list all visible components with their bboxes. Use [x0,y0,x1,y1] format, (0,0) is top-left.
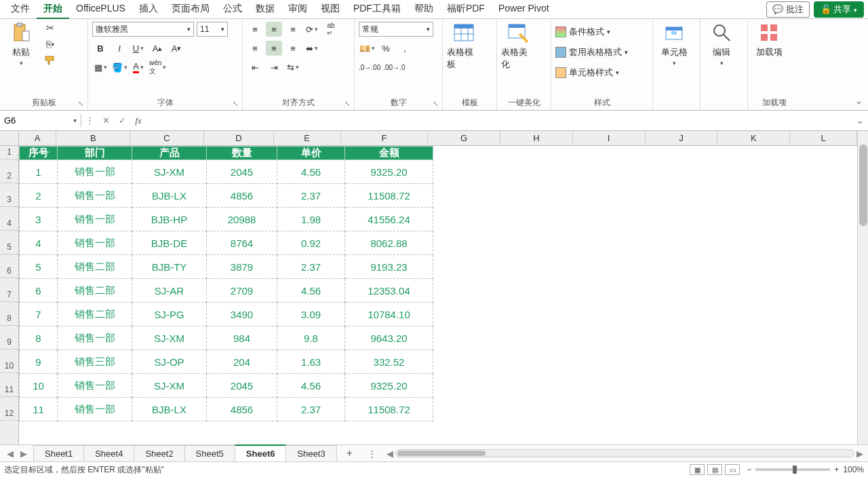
table-header[interactable]: 部门 [58,147,132,160]
zoom-out-button[interactable]: − [747,465,751,474]
name-box-input[interactable] [4,115,58,126]
copy-button[interactable]: ⎘▾ [42,38,58,50]
menu-item-12[interactable]: Power Pivot [492,0,556,19]
merge-button[interactable]: ⬌▾ [304,41,320,56]
table-header[interactable]: 产品 [132,147,207,160]
font-size-select[interactable]: 11▾ [197,22,228,37]
paste-button[interactable]: 粘贴 ▾ [4,22,38,67]
increase-decimal-button[interactable]: .0→.00 [359,60,380,75]
italic-button[interactable]: I [111,41,127,56]
table-format-button[interactable]: 套用表格格式 ▾ [555,45,628,60]
table-row[interactable]: 4销售一部BJB-DE87640.928062.88 [20,231,433,255]
zoom-slider[interactable] [755,468,830,471]
font-color-button[interactable]: A▾ [130,60,146,75]
column-header-D[interactable]: D [204,131,274,145]
table-header[interactable]: 金额 [345,147,433,160]
row-header-11[interactable]: 11 [0,373,18,397]
number-launcher[interactable]: ⤡ [433,100,438,107]
menu-item-1[interactable]: 开始 [37,0,69,19]
sheet-tab-Sheet5[interactable]: Sheet5 [184,445,235,461]
row-header-12[interactable]: 12 [0,397,18,421]
sheet-tab-Sheet2[interactable]: Sheet2 [134,445,184,461]
font-launcher[interactable]: ⤡ [233,100,238,107]
table-header[interactable]: 单价 [277,147,345,160]
accounting-format-button[interactable]: 💴▾ [359,41,375,56]
align-center-button[interactable]: ≡ [266,41,282,56]
row-header-3[interactable]: 3 [0,183,18,207]
text-direction-button[interactable]: ⇆▾ [285,60,301,75]
table-row[interactable]: 2销售一部BJB-LX48562.3711508.72 [20,184,433,208]
table-row[interactable]: 7销售二部SJ-PG34903.0910784.10 [20,303,433,326]
select-all-corner[interactable] [0,131,19,146]
fx-button[interactable]: fx [130,115,146,126]
row-header-7[interactable]: 7 [0,278,18,302]
addins-button[interactable]: 加载项 [752,22,786,58]
underline-button[interactable]: U▾ [130,41,146,56]
align-top-button[interactable]: ≡ [247,22,263,37]
menu-item-7[interactable]: 审阅 [281,0,314,19]
phonetic-button[interactable]: wén文▾ [149,60,166,75]
cell-style-button[interactable]: 单元格样式 ▾ [555,65,628,80]
share-button[interactable]: 🔓 共享 ▾ [814,1,864,18]
cancel-formula-button[interactable]: ✕ [98,115,114,126]
name-box[interactable]: ▾ [0,114,81,127]
row-header-1[interactable]: 1 [0,146,18,159]
table-beautify-button[interactable]: 表格美化 [501,22,535,71]
sheet-tab-Sheet1[interactable]: Sheet1 [33,445,84,461]
increase-font-button[interactable]: A▴ [149,41,165,56]
column-header-K[interactable]: K [717,131,790,145]
sheet-nav-prev[interactable]: ◀ [4,449,16,459]
page-break-button[interactable]: ▭ [725,464,740,475]
table-row[interactable]: 9销售三部SJ-OP2041.63332.52 [20,350,433,374]
zoom-in-button[interactable]: + [834,465,839,474]
column-header-A[interactable]: A [19,131,56,145]
comma-button[interactable]: , [397,41,413,56]
table-row[interactable]: 1销售一部SJ-XM20454.569325.20 [20,160,433,184]
format-painter-button[interactable] [42,54,58,67]
column-header-B[interactable]: B [56,131,130,145]
sheet-tab-Sheet4[interactable]: Sheet4 [83,445,134,461]
column-header-G[interactable]: G [428,131,500,145]
formula-input[interactable] [146,115,852,126]
menu-item-2[interactable]: OfficePLUS [69,0,132,19]
sheet-tab-Sheet6[interactable]: Sheet6 [235,444,287,461]
grid[interactable]: 序号部门产品数量单价金额1销售一部SJ-XM20454.569325.202销售… [19,146,857,444]
menu-item-3[interactable]: 插入 [132,0,165,19]
page-layout-button[interactable]: ▤ [707,464,722,475]
editing-button[interactable]: 编辑 ▾ [705,22,738,67]
conditional-format-button[interactable]: 条件格式 ▾ [555,24,628,39]
table-row[interactable]: 10销售一部SJ-XM20454.569325.20 [20,374,433,398]
table-row[interactable]: 6销售二部SJ-AR27094.5612353.04 [20,279,433,303]
align-middle-button[interactable]: ≡ [266,22,282,37]
row-header-2[interactable]: 2 [0,159,18,183]
decrease-decimal-button[interactable]: .00→.0 [383,60,405,75]
ribbon-collapse-button[interactable]: ⌄ [855,96,863,106]
bold-button[interactable]: B [92,41,108,56]
table-row[interactable]: 8销售一部SJ-XM9849.89643.20 [20,326,433,350]
confirm-formula-button[interactable]: ✓ [114,115,130,126]
align-left-button[interactable]: ≡ [247,41,263,56]
number-format-select[interactable]: 常规▾ [359,22,433,37]
row-header-8[interactable]: 8 [0,302,18,326]
clipboard-launcher[interactable]: ⤡ [78,100,83,107]
new-sheet-button[interactable]: + [337,447,362,459]
sheet-tab-Sheet3[interactable]: Sheet3 [285,445,336,461]
cut-button[interactable]: ✂ [42,22,58,34]
menu-item-11[interactable]: 福昕PDF [440,0,492,19]
wrap-text-button[interactable]: ab↵ [323,22,339,37]
table-header[interactable]: 数量 [207,147,277,160]
table-template-button[interactable]: 表格模板 [447,22,481,71]
row-header-9[interactable]: 9 [0,326,18,349]
zoom-level[interactable]: 100% [843,465,864,474]
column-header-L[interactable]: L [790,131,857,145]
increase-indent-button[interactable]: ⇥ [266,60,282,75]
vertical-scrollbar[interactable] [857,131,868,444]
row-header-5[interactable]: 5 [0,231,18,254]
align-right-button[interactable]: ≡ [285,41,301,56]
table-row[interactable]: 5销售二部BJB-TY38792.379193.23 [20,255,433,279]
menu-item-0[interactable]: 文件 [4,0,37,19]
sheet-nav-next[interactable]: ▶ [18,449,30,459]
table-row[interactable]: 11销售一部BJB-LX48562.3711508.72 [20,398,433,421]
borders-button[interactable]: ▦▾ [92,60,108,75]
table-row[interactable]: 3销售一部BJB-HP209881.9841556.24 [20,208,433,231]
